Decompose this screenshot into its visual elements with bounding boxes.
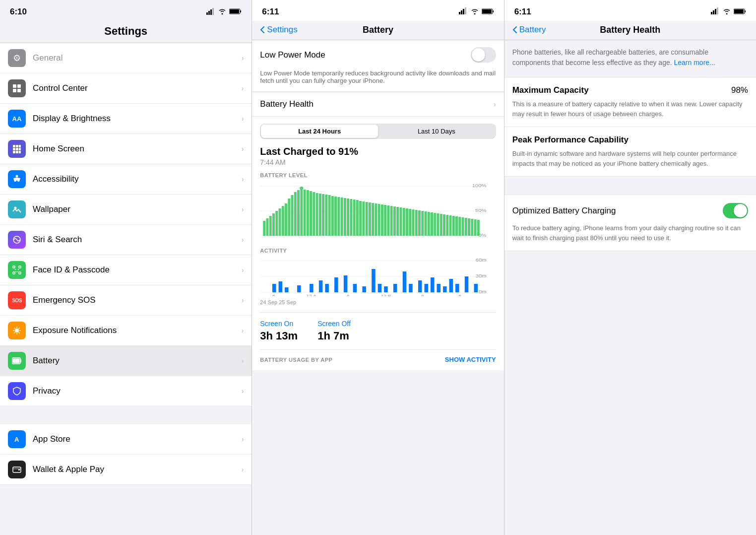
- screen-on-value: 3h 13m: [260, 330, 298, 342]
- appstore-label: App Store: [33, 434, 242, 444]
- svg-rect-24: [19, 266, 21, 268]
- list-item-battery[interactable]: Battery ›: [0, 346, 252, 376]
- svg-rect-112: [428, 212, 430, 236]
- list-item-appstore[interactable]: A App Store ›: [0, 424, 252, 455]
- list-item-sos[interactable]: SOS Emergency SOS ›: [0, 285, 252, 316]
- svg-rect-170: [717, 7, 718, 14]
- svg-rect-128: [477, 220, 480, 236]
- list-item-wallet[interactable]: Wallet & Apple Pay ›: [0, 455, 252, 485]
- battery-health-chevron: ›: [494, 100, 496, 108]
- faceid-icon: [8, 261, 26, 279]
- list-item-home-screen[interactable]: Home Screen ›: [0, 134, 252, 164]
- accessibility-label: Accessibility: [33, 174, 242, 184]
- svg-rect-66: [288, 199, 291, 236]
- svg-rect-172: [745, 10, 746, 12]
- tab-10d[interactable]: Last 10 Days: [378, 125, 495, 138]
- tab-24h[interactable]: Last 24 Hours: [261, 125, 378, 138]
- status-bar-2: 6:11: [252, 0, 504, 21]
- svg-rect-140: [319, 280, 323, 292]
- status-icons-3: [711, 7, 746, 16]
- battery-usage-label: BATTERY USAGE BY APP: [260, 357, 332, 363]
- svg-rect-40: [13, 359, 20, 363]
- screen-off-label: Screen Off: [317, 320, 351, 328]
- svg-rect-98: [384, 205, 387, 236]
- low-power-label: Low Power Mode: [260, 50, 470, 60]
- svg-rect-68: [294, 192, 297, 236]
- svg-rect-26: [19, 272, 21, 274]
- charge-title: Last Charged to 91%: [260, 146, 496, 157]
- svg-rect-77: [319, 194, 321, 236]
- max-capacity-value: 98%: [731, 85, 748, 95]
- svg-rect-62: [276, 211, 278, 236]
- battery-panel: 6:11 Settings Battery Low Power Mode: [252, 0, 504, 535]
- svg-text:6: 6: [347, 294, 350, 296]
- svg-rect-120: [452, 216, 455, 236]
- health-back-label: Battery: [519, 25, 546, 35]
- svg-rect-75: [313, 192, 315, 236]
- list-item-general[interactable]: ⚙ General ›: [0, 43, 252, 73]
- health-nav-title: Battery Health: [600, 25, 660, 35]
- svg-rect-73: [307, 190, 309, 236]
- svg-rect-145: [363, 286, 367, 292]
- battery-health-row[interactable]: Battery Health ›: [252, 92, 504, 116]
- wallpaper-icon: [8, 201, 26, 218]
- svg-rect-116: [440, 214, 442, 236]
- svg-rect-100: [390, 206, 393, 236]
- svg-rect-13: [19, 145, 21, 147]
- list-item-control-center[interactable]: Control Center ›: [0, 73, 252, 104]
- low-power-toggle[interactable]: [471, 47, 496, 63]
- list-item-wallpaper[interactable]: Wallpaper ›: [0, 195, 252, 225]
- home-screen-label: Home Screen: [33, 144, 242, 154]
- svg-rect-90: [359, 201, 362, 236]
- signal-icon-2: [459, 7, 468, 16]
- svg-rect-47: [463, 9, 464, 14]
- siri-icon: [8, 231, 26, 249]
- battery-health-content: Phone batteries, like all rechargeable b…: [504, 40, 756, 535]
- list-item-faceid[interactable]: Face ID & Passcode ›: [0, 255, 252, 285]
- svg-rect-70: [301, 189, 303, 236]
- svg-rect-64: [282, 206, 284, 236]
- show-activity-btn[interactable]: SHOW ACTIVITY: [445, 356, 496, 363]
- svg-rect-46: [461, 10, 462, 14]
- svg-rect-19: [19, 151, 21, 153]
- appstore-chevron: ›: [242, 435, 244, 443]
- svg-rect-152: [418, 280, 422, 292]
- svg-rect-154: [431, 277, 435, 292]
- screen-on-label: Screen On: [260, 320, 298, 328]
- svg-rect-92: [366, 202, 368, 236]
- screen-off-item: Screen Off 1h 7m: [317, 320, 351, 342]
- learn-more-link[interactable]: Learn more...: [674, 59, 715, 67]
- optimized-title: Optimized Battery Charging: [512, 206, 616, 216]
- activity-chart: 60m 30m 0m: [260, 257, 496, 296]
- list-item-siri[interactable]: Siri & Search ›: [0, 225, 252, 255]
- svg-rect-111: [425, 211, 427, 236]
- svg-rect-79: [325, 195, 328, 236]
- svg-rect-94: [372, 203, 374, 236]
- sos-icon: SOS: [8, 291, 26, 309]
- privacy-label: Privacy: [33, 386, 242, 396]
- svg-point-28: [18, 269, 19, 270]
- svg-rect-105: [406, 208, 408, 236]
- svg-rect-39: [20, 359, 21, 362]
- svg-rect-83: [338, 197, 340, 236]
- svg-rect-159: [465, 276, 469, 292]
- svg-rect-169: [715, 9, 716, 14]
- list-item-exposure[interactable]: Exposure Notifications ›: [0, 316, 252, 346]
- status-time-2: 6:11: [262, 7, 279, 17]
- health-back-button[interactable]: Battery: [512, 25, 546, 35]
- list-item-accessibility[interactable]: Accessibility ›: [0, 164, 252, 195]
- screen-off-value: 1h 7m: [317, 330, 351, 342]
- list-item-privacy[interactable]: Privacy ›: [0, 376, 252, 406]
- list-item-display[interactable]: AA Display & Brightness ›: [0, 104, 252, 134]
- svg-rect-113: [431, 212, 433, 236]
- max-capacity-section: Maximum Capacity 98% This is a measure o…: [504, 77, 756, 127]
- svg-rect-25: [13, 272, 15, 274]
- svg-rect-118: [446, 215, 449, 236]
- svg-rect-48: [465, 7, 466, 14]
- svg-rect-17: [13, 151, 15, 153]
- battery-back-button[interactable]: Settings: [260, 25, 297, 35]
- optimized-toggle[interactable]: [723, 203, 748, 218]
- svg-rect-108: [415, 210, 418, 236]
- battery-health-panel: 6:11 Battery Battery Health Phone batter…: [504, 0, 756, 535]
- signal-icon-3: [711, 7, 720, 16]
